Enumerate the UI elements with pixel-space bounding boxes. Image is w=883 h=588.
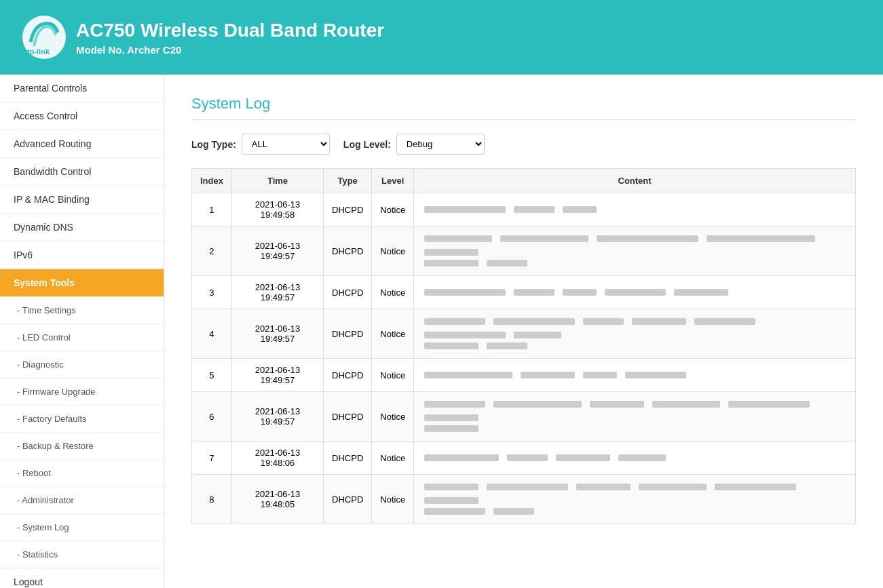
sidebar-item-time-settings[interactable]: - Time Settings: [0, 297, 164, 324]
blurred-word: [605, 289, 666, 296]
blurred-word: [424, 332, 506, 338]
cell-type: DHCPD: [324, 359, 372, 392]
blurred-word: [424, 508, 485, 515]
main-layout: Parental Controls Access Control Advance…: [0, 75, 883, 588]
blurred-word: [514, 332, 561, 338]
blurred-word: [424, 235, 492, 242]
sidebar-item-access-control[interactable]: Access Control: [0, 102, 164, 130]
sidebar-item-dynamic-dns[interactable]: Dynamic DNS: [0, 214, 164, 241]
blurred-word: [487, 342, 527, 349]
col-index: Index: [192, 169, 232, 193]
cell-level: Notice: [372, 392, 414, 442]
blurred-word: [424, 414, 478, 421]
sidebar-item-bandwidth-control[interactable]: Bandwidth Control: [0, 158, 164, 186]
blurred-word: [514, 206, 555, 213]
table-row: 82021-06-13 19:48:05DHCPDNotice: [192, 475, 856, 524]
blurred-word: [493, 318, 575, 325]
page-title: System Log: [191, 95, 856, 120]
sidebar-item-system-tools[interactable]: System Tools: [0, 269, 164, 297]
log-table: Index Time Type Level Content 12021-06-1…: [191, 168, 856, 524]
log-level-group: Log Level: Debug Info Notice Warning Err…: [343, 134, 485, 155]
sidebar-item-ipv6[interactable]: IPv6: [0, 241, 164, 269]
sidebar-item-diagnostic[interactable]: - Diagnostic: [0, 351, 164, 378]
sidebar-item-system-log[interactable]: - System Log: [0, 514, 164, 541]
cell-index: 4: [192, 309, 232, 359]
sidebar-item-statistics[interactable]: - Statistics: [0, 541, 164, 568]
sidebar-item-parental-controls[interactable]: Parental Controls: [0, 75, 164, 102]
blurred-word: [493, 508, 534, 515]
table-row: 32021-06-13 19:49:57DHCPDNotice: [192, 276, 856, 309]
blurred-word: [576, 484, 631, 490]
blurred-word: [424, 401, 485, 408]
cell-time: 2021-06-13 19:48:06: [231, 442, 323, 475]
cell-type: DHCPD: [324, 193, 372, 227]
sidebar-item-backup-restore[interactable]: - Backup & Restore: [0, 433, 164, 460]
content-line-1: [422, 453, 847, 463]
blurred-word: [590, 401, 644, 408]
cell-type: DHCPD: [324, 276, 372, 309]
cell-time: 2021-06-13 19:49:57: [231, 309, 323, 359]
blurred-word: [424, 260, 478, 267]
sidebar-item-ip-mac-binding[interactable]: IP & MAC Binding: [0, 186, 164, 214]
sidebar-item-reboot[interactable]: - Reboot: [0, 460, 164, 487]
cell-index: 1: [192, 193, 232, 227]
table-row: 12021-06-13 19:49:58DHCPDNotice: [192, 193, 856, 227]
blurred-word: [424, 289, 506, 296]
blurred-word: [424, 249, 478, 256]
blurred-word: [694, 318, 755, 325]
logo-area: tp-link AC750 Wireless Dual Band Router …: [20, 14, 384, 61]
blurred-word: [487, 484, 568, 490]
blurred-word: [625, 372, 686, 378]
sidebar-item-firmware-upgrade[interactable]: - Firmware Upgrade: [0, 378, 164, 406]
tp-link-logo: tp-link: [20, 14, 68, 61]
log-type-label: Log Type:: [191, 139, 236, 150]
blurred-word: [514, 289, 555, 296]
table-row: 52021-06-13 19:49:57DHCPDNotice: [192, 359, 856, 392]
content-area: System Log Log Type: ALL DHCPD IGMP FIRE…: [164, 75, 883, 588]
device-title: AC750 Wireless Dual Band Router: [76, 20, 384, 41]
sidebar-item-administrator[interactable]: - Administrator: [0, 487, 164, 514]
content-line-2: [422, 507, 847, 516]
blurred-word: [639, 484, 707, 490]
log-level-select[interactable]: Debug Info Notice Warning Error: [396, 134, 485, 155]
blurred-word: [583, 372, 617, 378]
table-row: 22021-06-13 19:49:57DHCPDNotice: [192, 227, 856, 276]
cell-index: 8: [192, 475, 232, 524]
blurred-word: [618, 454, 666, 461]
blurred-word: [597, 235, 698, 242]
log-type-group: Log Type: ALL DHCPD IGMP FIREWALL SYSTEM: [191, 134, 330, 155]
table-row: 42021-06-13 19:49:57DHCPDNotice: [192, 309, 856, 359]
blurred-word: [674, 289, 728, 296]
cell-level: Notice: [372, 442, 414, 475]
header-text: AC750 Wireless Dual Band Router Model No…: [76, 20, 384, 56]
content-line-2: [422, 341, 847, 351]
table-row: 62021-06-13 19:49:57DHCPDNotice: [192, 392, 856, 442]
blurred-word: [728, 401, 810, 408]
content-line-1: [422, 399, 847, 423]
controls-row: Log Type: ALL DHCPD IGMP FIREWALL SYSTEM…: [191, 134, 856, 155]
blurred-word: [715, 484, 796, 490]
content-line-1: [422, 234, 847, 257]
blurred-word: [583, 318, 624, 325]
cell-time: 2021-06-13 19:49:57: [231, 392, 323, 442]
blurred-word: [707, 235, 815, 242]
cell-type: DHCPD: [324, 392, 372, 442]
sidebar-item-led-control[interactable]: - LED Control: [0, 324, 164, 351]
cell-index: 6: [192, 392, 232, 442]
cell-index: 3: [192, 276, 232, 309]
blurred-word: [632, 318, 686, 325]
blurred-word: [521, 372, 575, 378]
sidebar-item-factory-defaults[interactable]: - Factory Defaults: [0, 406, 164, 433]
cell-content: [414, 276, 856, 309]
cell-level: Notice: [372, 227, 414, 276]
sidebar-item-logout[interactable]: Logout: [0, 568, 164, 588]
cell-type: DHCPD: [324, 475, 372, 524]
log-type-select[interactable]: ALL DHCPD IGMP FIREWALL SYSTEM: [242, 134, 330, 155]
svg-text:tp-link: tp-link: [27, 47, 50, 56]
cell-index: 5: [192, 359, 232, 392]
sidebar-item-advanced-routing[interactable]: Advanced Routing: [0, 130, 164, 158]
cell-content: [414, 193, 856, 227]
col-time: Time: [231, 169, 323, 193]
content-line-1: [422, 370, 847, 380]
blurred-word: [487, 260, 527, 267]
